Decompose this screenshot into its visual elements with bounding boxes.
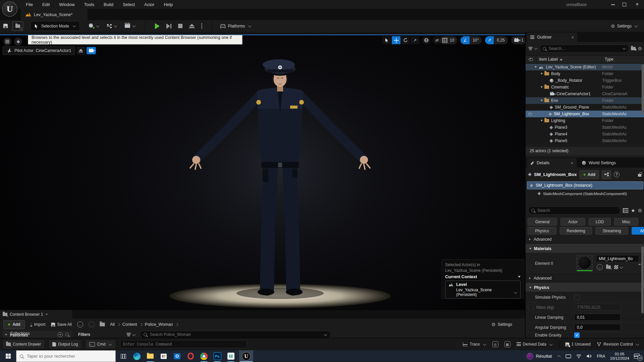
unlock-icon[interactable] [638,174,641,177]
details-settings-icon[interactable]: ⚙ [638,208,642,213]
content-drawer-button[interactable]: Content Drawer [3,340,44,349]
materials-section-header[interactable]: Materials [526,244,644,253]
component-row[interactable]: StaticMeshComponent (StaticMeshComponent… [527,190,643,197]
tray-expand-icon[interactable] [557,355,561,359]
cmd-dropdown[interactable]: >_ Cmd [86,340,115,349]
grid-snap-control[interactable]: 10 [439,36,457,44]
scale-snap-control[interactable]: ↗ 0,25 [485,36,507,44]
close-outliner-icon[interactable]: × [571,35,574,40]
menu-select[interactable]: Select [123,2,135,7]
expander-icon[interactable] [535,66,537,68]
outliner-row-level[interactable]: Lev_Yazkua_Scene (Editor)World [526,64,644,70]
chip-general[interactable]: General [528,218,557,226]
enable-gravity-checkbox[interactable]: ✓ [574,333,580,338]
rotation-snap-control[interactable]: ∠ 10° [461,36,482,44]
linear-damping-field[interactable]: 0,01 [574,314,621,321]
breadcrumb-police-woman[interactable]: Police_Woman [145,322,173,327]
viewport[interactable]: Browses to the associated level and sele… [0,32,525,309]
file-explorer-icon[interactable] [146,350,155,362]
maximize-button[interactable] [623,3,626,6]
frame-skip-button[interactable] [166,23,171,29]
menu-actor[interactable]: Actor [144,2,154,7]
pilot-actor-label-box[interactable]: Pilot Actor: CineCameraActor1 [3,46,75,55]
chip-physics[interactable]: Physics [528,227,556,235]
material-thumbnail[interactable] [577,255,593,271]
expander-icon[interactable] [541,73,543,75]
browse-to-asset-icon[interactable] [606,265,611,269]
outliner-row-actor[interactable]: Plane5StaticMeshAc [526,137,644,144]
simulate-physics-checkbox[interactable] [574,295,580,300]
play-button[interactable] [155,23,160,29]
language-indicator[interactable]: FRA [597,354,605,359]
menu-edit[interactable]: Edit [42,2,50,7]
blueprints-button[interactable] [107,24,117,28]
favorites-star-icon[interactable]: ★ [631,208,635,213]
material-name-field[interactable]: MM_Lightroom_Bo [596,255,639,262]
search-collections-icon[interactable] [65,333,69,336]
physics-section-header[interactable]: Physics [526,283,644,292]
world-local-toggle[interactable] [422,36,431,44]
chevron-down-icon[interactable] [514,290,518,294]
viewport-options-menu[interactable] [3,38,11,46]
chrome-icon[interactable] [200,350,208,362]
outlook-icon[interactable]: O [173,350,181,362]
select-tool-button[interactable] [382,36,391,44]
chip-streaming[interactable]: Streaming [595,227,628,235]
scale-tool-button[interactable]: ↗ [411,36,419,44]
cast-icon[interactable] [566,354,571,359]
outliner-row-folder[interactable]: LightingFolder [526,117,644,124]
content-browser-tab[interactable]: Content Browser 1 × [0,310,72,318]
taskbar-search-input[interactable] [26,353,112,359]
item-label-column-header[interactable]: Item Label [536,56,602,63]
chip-all[interactable]: All [632,227,644,235]
outliner-row-selected[interactable]: SM_Lightroom_BoxStaticMeshAc [526,111,644,117]
revision-control-dropdown[interactable]: Revision Control [597,342,639,347]
insights-session-icon[interactable]: ◎ [492,341,498,347]
outliner-row-actor[interactable]: Plane3StaticMeshAc [526,124,644,131]
rotate-tool-button[interactable] [401,36,410,44]
outliner-scrollbar[interactable] [642,64,644,115]
output-log-button[interactable]: Output Log [49,340,81,349]
unsaved-button[interactable]: ★ 1 Unsaved [565,342,591,347]
view-mode-button[interactable] [14,38,22,46]
unreal-taskbar-icon[interactable]: U [239,350,253,362]
close-button[interactable]: × [636,1,639,7]
back-button[interactable]: ← [77,321,83,327]
menu-help[interactable]: Help [164,2,173,7]
task-view-button[interactable] [119,352,128,361]
context-collapse-icon[interactable] [518,276,521,278]
outliner-settings-icon[interactable]: ⚙ [638,46,642,51]
instance-row[interactable]: SM_Lightroom_Box (Instance) [527,181,643,189]
chip-actor[interactable]: Actor [560,218,585,226]
outliner-row-actor[interactable]: Plane4StaticMeshAc [526,131,644,137]
expander-icon[interactable] [541,100,543,102]
chip-rendering[interactable]: Rendering [560,227,592,235]
menu-window[interactable]: Window [59,2,74,7]
add-collection-icon[interactable]: + [58,332,63,337]
import-button[interactable]: ↓ Import [30,322,46,327]
details-tab[interactable]: Details × [527,158,577,168]
move-tool-button[interactable] [392,36,400,44]
asset-search-box[interactable] [140,331,331,338]
advanced-section-2[interactable]: Advanced [526,275,644,282]
level-tab[interactable]: Lev_Yazkua_Scene* [21,9,88,20]
outliner-row-folder[interactable]: CinematicFolder [526,84,644,90]
clock[interactable]: 01:05 10/12/2024 [610,352,629,361]
insights-chart-icon[interactable]: ▦ [504,341,511,347]
display-filter-icon[interactable] [623,208,628,213]
breadcrumb-all[interactable]: All [110,322,115,327]
forward-button[interactable]: → [89,321,95,327]
create-folder-button[interactable]: + [631,47,636,50]
asset-filter-button[interactable] [126,333,136,336]
wifi-icon[interactable] [576,354,582,358]
save-all-button[interactable]: Save All [51,322,72,327]
m-app-icon[interactable]: M [226,350,235,362]
type-column-header[interactable]: Type [602,56,644,63]
filters-label[interactable]: Filters [78,332,90,337]
mass-value-field[interactable]: 776755,8125 [574,304,621,311]
use-selected-asset-icon[interactable]: ← [597,264,603,270]
outliner-search-box[interactable] [540,45,629,53]
visibility-column-icon[interactable] [529,58,533,61]
menu-tools[interactable]: Tools [84,2,94,7]
chip-lod[interactable]: LOD [589,218,611,226]
